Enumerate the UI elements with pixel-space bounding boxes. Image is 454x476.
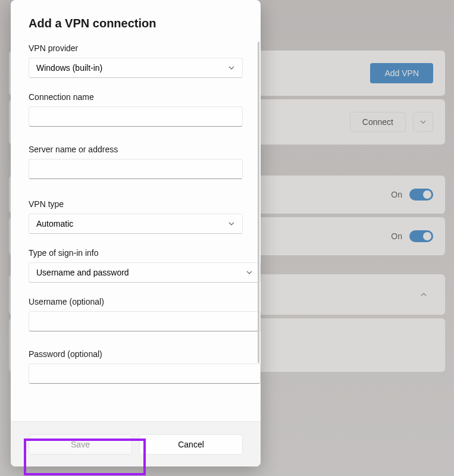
password-label: Password (optional) xyxy=(29,349,243,359)
add-vpn-button[interactable]: Add VPN xyxy=(370,63,433,83)
vpn-provider-value: Windows (built-in) xyxy=(36,63,102,73)
username-input[interactable] xyxy=(29,311,261,331)
chevron-up-icon xyxy=(420,291,427,298)
chevron-down-icon xyxy=(246,269,253,276)
dialog-footer: Save Cancel xyxy=(11,421,261,466)
toggle-switch-1[interactable] xyxy=(409,189,433,201)
chevron-down-icon xyxy=(228,220,235,227)
connect-button[interactable]: Connect xyxy=(350,112,406,132)
connection-name-input[interactable] xyxy=(29,107,243,127)
vpn-type-select[interactable]: Automatic xyxy=(29,214,243,234)
scrollbar[interactable] xyxy=(258,42,259,363)
server-address-label: Server name or address xyxy=(29,145,243,154)
vpn-provider-label: VPN provider xyxy=(29,43,243,53)
dialog-title: Add a VPN connection xyxy=(29,17,243,30)
toggle-switch-2[interactable] xyxy=(409,230,433,242)
add-vpn-dialog: Add a VPN connection VPN provider Window… xyxy=(11,0,261,466)
toggle-label: On xyxy=(391,190,402,199)
save-button[interactable]: Save xyxy=(29,434,132,455)
connection-name-label: Connection name xyxy=(29,92,243,102)
vpn-provider-select[interactable]: Windows (built-in) xyxy=(29,58,243,78)
chevron-down-icon xyxy=(228,64,235,71)
signin-type-select[interactable]: Username and password xyxy=(29,262,261,283)
chevron-down-icon xyxy=(419,118,427,126)
password-input[interactable] xyxy=(29,364,261,384)
signin-type-label: Type of sign-in info xyxy=(29,248,243,258)
collapse-chevron[interactable] xyxy=(414,285,433,304)
toggle-label: On xyxy=(391,231,402,241)
vpn-type-value: Automatic xyxy=(36,219,73,228)
username-label: Username (optional) xyxy=(29,297,243,306)
vpn-type-label: VPN type xyxy=(29,199,243,209)
server-address-input[interactable] xyxy=(29,159,243,179)
expand-button[interactable] xyxy=(413,112,433,132)
cancel-button[interactable]: Cancel xyxy=(139,434,243,455)
signin-type-value: Username and password xyxy=(36,268,129,277)
